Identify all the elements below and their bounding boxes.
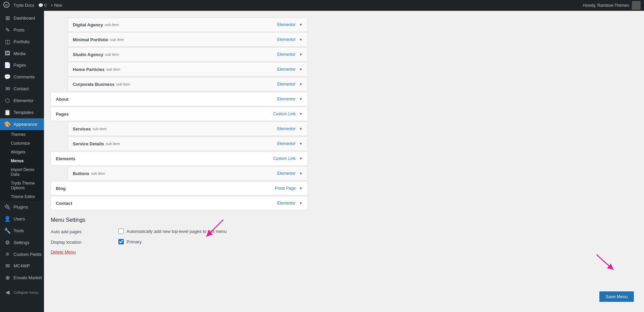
chevron-down-icon[interactable]: ▼	[299, 112, 303, 116]
sidebar-item-label: Dashboard	[14, 16, 35, 21]
save-menu-button[interactable]: Save Menu	[599, 291, 634, 302]
tools-icon: 🔧	[4, 227, 11, 234]
sidebar-item-label: Templates	[14, 110, 33, 115]
chevron-down-icon[interactable]: ▼	[299, 38, 303, 42]
chevron-down-icon[interactable]: ▼	[299, 186, 303, 190]
chevron-down-icon[interactable]: ▼	[299, 201, 303, 205]
auto-add-pages-checkbox[interactable]	[118, 229, 124, 234]
wp-logo-icon[interactable]: W	[3, 2, 9, 9]
sidebar-item-label: Media	[14, 51, 25, 56]
sidebar-item-label: Portfolio	[14, 39, 30, 44]
sidebar-item-plugins[interactable]: 🔌 Plugins	[0, 201, 44, 213]
settings-icon: ⚙	[4, 239, 11, 246]
howdy-label: Howdy, Rainbow-Themes	[583, 3, 629, 8]
menu-item-digital-agency[interactable]: Digital Agency sub item Elementor ▼	[68, 18, 308, 32]
menu-item-studio-agency[interactable]: Studio Agency sub item Elementor ▼	[68, 47, 308, 62]
menu-item-home-particles[interactable]: Home Particles sub item Elementor ▼	[68, 62, 308, 76]
topbar-left: W Trydo Docs 💬 0 + New	[3, 2, 62, 9]
chevron-down-icon[interactable]: ▼	[299, 23, 303, 27]
sidebar-item-elementor[interactable]: ⬡ Elementor	[0, 95, 44, 106]
svg-text:W: W	[5, 3, 8, 6]
sidebar-item-settings[interactable]: ⚙ Settings	[0, 237, 44, 248]
portfolio-icon: ◫	[4, 39, 11, 45]
dashboard-icon: ⊞	[4, 15, 11, 21]
new-button[interactable]: + New	[51, 3, 62, 8]
menu-item-blog[interactable]: Blog Posts Page ▼	[51, 181, 308, 195]
sidebar-sub-trydo-options[interactable]: Trydo Theme Options	[0, 179, 44, 192]
sidebar-sub-import-demo[interactable]: Import Demo Data	[0, 165, 44, 179]
sidebar-sub-themes[interactable]: Themes	[0, 130, 44, 139]
sidebar-item-label: Plugins	[14, 205, 28, 210]
sidebar-item-label: Comments	[14, 74, 35, 79]
sidebar-item-label: MC4WP	[14, 263, 30, 268]
auto-add-pages-description: Automatically add new top-level pages to…	[127, 229, 227, 234]
chevron-down-icon[interactable]: ▼	[299, 142, 303, 146]
comments-icon[interactable]: 💬 0	[38, 3, 47, 8]
sidebar-item-label: Envato Market	[14, 275, 42, 280]
menu-item-elements[interactable]: Elements Custom Link ▼	[51, 151, 308, 166]
sidebar-item-mc4wp[interactable]: ✉ MC4WP	[0, 260, 44, 272]
site-name[interactable]: Trydo Docs	[14, 3, 34, 8]
menu-item-about[interactable]: About Elementor ▼	[51, 92, 308, 106]
appearance-submenu: Themes Customize Widgets Menus Import De…	[0, 130, 44, 201]
sidebar-item-portfolio[interactable]: ◫ Portfolio	[0, 36, 44, 48]
menu-item-service-details[interactable]: Service Details sub item Elementor ▼	[68, 137, 308, 151]
sidebar-item-media[interactable]: 🖼 Media	[0, 48, 44, 59]
menu-item-services[interactable]: Services sub item Elementor ▼	[68, 122, 308, 136]
avatar[interactable]	[632, 1, 641, 10]
sidebar-sub-widgets[interactable]: Widgets	[0, 148, 44, 157]
content-area: Digital Agency sub item Elementor ▼ Mini…	[44, 11, 644, 312]
sidebar-item-label: Appearance	[14, 122, 37, 127]
menu-item-minimal-portfolio[interactable]: Minimal Portfolio sub item Elementor ▼	[68, 32, 308, 47]
pages-icon: 📄	[4, 62, 11, 68]
sidebar-sub-customize[interactable]: Customize	[0, 139, 44, 148]
sidebar-sub-menus[interactable]: Menus	[0, 157, 44, 165]
menu-items-list: Digital Agency sub item Elementor ▼ Mini…	[51, 18, 308, 210]
appearance-icon: 🎨	[4, 121, 11, 127]
auto-add-pages-label: Auto add pages	[51, 229, 112, 234]
sidebar-item-templates[interactable]: 📋 Templates	[0, 106, 44, 118]
collapse-icon: ◀	[4, 289, 11, 295]
menu-item-contact[interactable]: Contact Elementor ▼	[51, 196, 308, 210]
chevron-down-icon[interactable]: ▼	[299, 82, 303, 86]
menu-item-pages[interactable]: Pages Custom Link ▼	[51, 107, 308, 121]
sidebar-item-dashboard[interactable]: ⊞ Dashboard	[0, 12, 44, 24]
sidebar-item-tools[interactable]: 🔧 Tools	[0, 225, 44, 237]
topbar: W Trydo Docs 💬 0 + New Howdy, Rainbow-Th…	[0, 0, 644, 11]
sidebar-item-appearance[interactable]: 🎨 Appearance	[0, 118, 44, 130]
sidebar-item-label: Tools	[14, 228, 24, 233]
sidebar-collapse[interactable]: ◀ Collapse menu	[0, 286, 44, 298]
sidebar-sub-theme-editor[interactable]: Theme Editor	[0, 192, 44, 201]
auto-add-pages-value: Automatically add new top-level pages to…	[118, 229, 227, 234]
comments-icon: 💬	[4, 74, 11, 80]
users-icon: 👤	[4, 216, 11, 222]
sidebar-item-users[interactable]: 👤 Users	[0, 213, 44, 225]
chevron-down-icon[interactable]: ▼	[299, 67, 303, 71]
chevron-down-icon[interactable]: ▼	[299, 171, 303, 175]
primary-checkbox[interactable]	[118, 239, 124, 244]
contact-icon: ✉	[4, 86, 11, 92]
chevron-down-icon[interactable]: ▼	[299, 97, 303, 101]
sidebar-item-envato-market[interactable]: ⊕ Envato Market	[0, 272, 44, 284]
sidebar-item-custom-fields[interactable]: ≡ Custom Fields	[0, 248, 44, 260]
sidebar-item-label: Posts	[14, 27, 25, 32]
plugins-icon: 🔌	[4, 204, 11, 210]
chevron-down-icon[interactable]: ▼	[299, 127, 303, 131]
elementor-icon: ⬡	[4, 97, 11, 104]
delete-menu-link[interactable]: Delete Menu	[51, 249, 76, 255]
main-layout: ⊞ Dashboard ✎ Posts ◫ Portfolio 🖼 Media …	[0, 11, 644, 312]
auto-add-pages-row: Auto add pages Automatically add new top…	[51, 229, 315, 234]
chevron-down-icon[interactable]: ▼	[299, 157, 303, 161]
sidebar-item-posts[interactable]: ✎ Posts	[0, 24, 44, 36]
menu-item-corporate-business[interactable]: Corporate Business sub item Elementor ▼	[68, 77, 308, 91]
templates-icon: 📋	[4, 109, 11, 116]
topbar-right: Howdy, Rainbow-Themes	[583, 1, 641, 10]
sidebar: ⊞ Dashboard ✎ Posts ◫ Portfolio 🖼 Media …	[0, 11, 44, 312]
custom-fields-icon: ≡	[4, 251, 11, 257]
menu-item-buttons[interactable]: Buttons sub item Elementor ▼	[68, 166, 308, 181]
sidebar-item-pages[interactable]: 📄 Pages	[0, 59, 44, 71]
sidebar-item-contact[interactable]: ✉ Contact	[0, 83, 44, 95]
sidebar-item-label: Elementor	[14, 98, 33, 103]
sidebar-item-comments[interactable]: 💬 Comments	[0, 71, 44, 83]
chevron-down-icon[interactable]: ▼	[299, 52, 303, 56]
